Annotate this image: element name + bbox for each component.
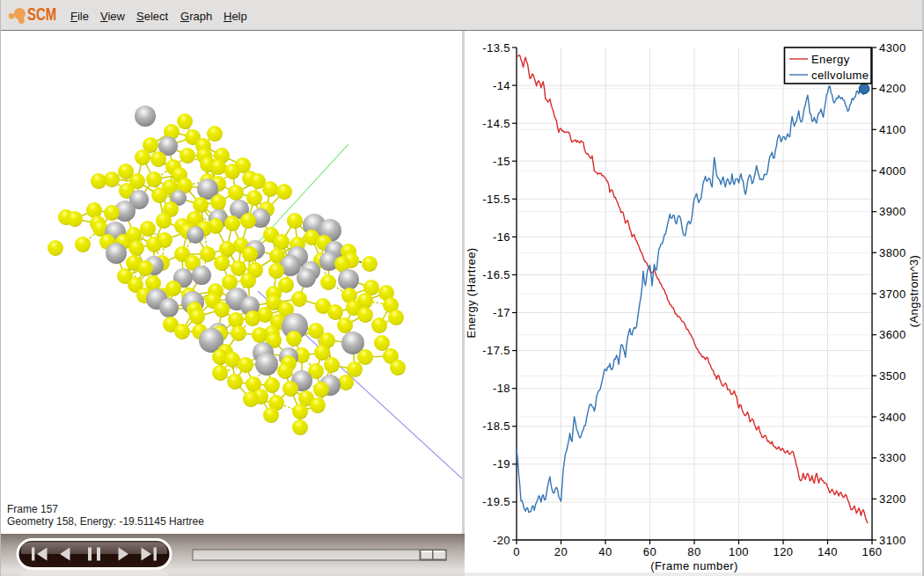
- svg-text:20: 20: [554, 545, 568, 558]
- svg-text:3500: 3500: [879, 369, 906, 383]
- svg-text:-17: -17: [493, 306, 510, 319]
- svg-text:3400: 3400: [879, 411, 906, 424]
- svg-text:-19.5: -19.5: [482, 495, 510, 508]
- svg-text:4200: 4200: [879, 82, 906, 95]
- svg-text:3700: 3700: [879, 288, 906, 301]
- svg-text:-13.5: -13.5: [482, 41, 510, 55]
- svg-text:Energy (Hartree): Energy (Hartree): [465, 247, 478, 338]
- svg-text:140: 140: [818, 545, 838, 558]
- svg-text:3800: 3800: [879, 246, 906, 259]
- svg-text:-18.5: -18.5: [482, 419, 510, 433]
- svg-text:-14: -14: [493, 79, 510, 92]
- svg-text:160: 160: [862, 545, 883, 558]
- svg-text:-20: -20: [493, 534, 510, 547]
- svg-text:4000: 4000: [879, 164, 906, 178]
- svg-text:40: 40: [598, 545, 612, 558]
- svg-text:-16.5: -16.5: [482, 268, 510, 281]
- svg-text:4300: 4300: [879, 41, 906, 55]
- svg-text:-16: -16: [493, 230, 510, 244]
- svg-text:100: 100: [729, 545, 749, 558]
- svg-text:60: 60: [643, 545, 656, 558]
- svg-text:3900: 3900: [879, 205, 906, 218]
- svg-text:3300: 3300: [879, 451, 906, 464]
- svg-text:-19: -19: [493, 457, 510, 470]
- svg-text:80: 80: [687, 545, 700, 558]
- svg-text:-15.5: -15.5: [482, 193, 510, 206]
- svg-text:-15: -15: [493, 155, 510, 168]
- svg-text:3200: 3200: [879, 492, 906, 506]
- svg-text:cellvolume: cellvolume: [811, 69, 869, 82]
- svg-text:(Frame number): (Frame number): [650, 559, 738, 572]
- svg-text:-14.5: -14.5: [482, 117, 510, 130]
- svg-text:4100: 4100: [879, 123, 906, 136]
- svg-text:-17.5: -17.5: [482, 344, 510, 357]
- svg-text:(Angstrom^3): (Angstrom^3): [907, 255, 920, 327]
- svg-text:3100: 3100: [879, 534, 906, 547]
- svg-text:120: 120: [774, 545, 794, 558]
- svg-text:Energy: Energy: [811, 53, 850, 66]
- svg-text:-18: -18: [493, 382, 510, 395]
- svg-text:0: 0: [513, 545, 520, 558]
- svg-text:3600: 3600: [879, 328, 906, 341]
